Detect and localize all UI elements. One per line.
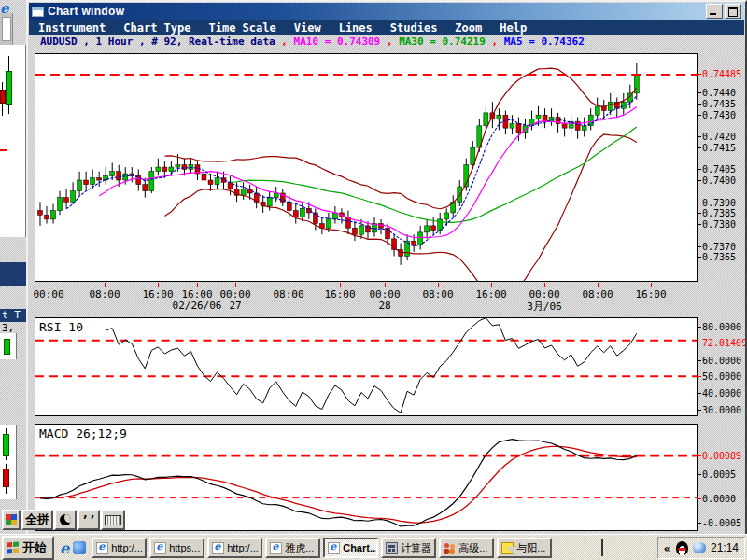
start-label: 开始: [22, 539, 47, 556]
window-icon: [32, 7, 44, 17]
axis-tick: [697, 147, 701, 148]
axis-tick: [697, 327, 701, 328]
macd-label-0-00089: 0.00089: [697, 451, 741, 460]
axis-tick: [697, 410, 701, 411]
macd-label-0-0000: 0.0000: [697, 494, 736, 503]
price-label-0-7385: 0.7385: [697, 208, 736, 217]
start-button[interactable]: 开始: [2, 536, 54, 560]
price-label-0-7365: 0.7365: [697, 252, 736, 261]
rsi-label-30-0000: 30.0000: [697, 405, 741, 414]
ie-page-icon: [270, 542, 282, 554]
ime-logo-icon[interactable]: [2, 510, 21, 530]
time-tick: [158, 283, 159, 287]
time-label: 08:00: [422, 288, 453, 301]
time-tick: [598, 283, 599, 287]
chevron-left-icon[interactable]: «: [664, 541, 671, 555]
time-tick: [340, 283, 341, 287]
time-tick: [385, 283, 386, 287]
axis-tick: [697, 523, 701, 524]
show-desktop-icon[interactable]: [73, 541, 86, 554]
quick-launch: e: [60, 539, 86, 557]
taskbar-clock: 21:14: [711, 541, 739, 554]
info-segment: ,: [281, 35, 293, 48]
task-button-高级[interactable]: 高级...: [439, 538, 494, 558]
ie-page-icon: [212, 542, 224, 554]
windows-logo-icon: [7, 542, 20, 554]
info-segment: ,: [491, 35, 503, 48]
task-button-计算器[interactable]: 计算器: [381, 538, 436, 558]
maximize-button[interactable]: [725, 4, 741, 19]
date-label: 27: [229, 300, 241, 312]
macd-label-0-0005: 0.0005: [697, 469, 736, 479]
menu-item-studies[interactable]: Studies: [390, 21, 438, 35]
rsi-label-60-0000: 60.0000: [697, 356, 741, 365]
price-label-0-7435: 0.7435: [697, 99, 736, 108]
task-button-与阳[interactable]: 与阳...: [497, 538, 552, 558]
info-segment: ,: [387, 35, 399, 48]
calculator-icon: [386, 542, 398, 554]
task-button-雅虎[interactable]: 雅虎...: [265, 538, 320, 558]
title-bar[interactable]: Chart window: [29, 3, 744, 20]
ie-icon[interactable]: e: [60, 539, 69, 557]
axis-tick: [697, 393, 701, 394]
price-label-0-7405: 0.7405: [697, 164, 736, 174]
rsi-label-72-01409: 72.01409: [697, 338, 747, 347]
axis-tick: [697, 343, 701, 343]
price-label-0-7370: 0.7370: [697, 242, 736, 251]
desktop: e t T 3,: [0, 0, 747, 560]
rsi-title: RSI 10: [39, 320, 83, 334]
task-button-http[interactable]: http:/...: [92, 538, 147, 558]
blue-app-tray-icon[interactable]: [693, 542, 706, 553]
axis-tick: [697, 203, 701, 203]
axis-tick: [697, 498, 701, 499]
menu-item-help[interactable]: Help: [500, 21, 527, 35]
macd-panel[interactable]: MACD 26;12;9: [35, 424, 698, 531]
axis-tick: [697, 136, 701, 137]
axis-tick: [697, 213, 701, 214]
axis-tick: [697, 92, 701, 93]
rsi-label-40-0000: 40.0000: [697, 388, 741, 398]
menu-item-zoom[interactable]: Zoom: [455, 21, 482, 35]
main-candlestick-chart[interactable]: [35, 53, 698, 282]
axis-tick: [697, 246, 701, 247]
background-chart-fragment: [0, 425, 17, 499]
half-full-moon-icon[interactable]: [54, 510, 77, 530]
price-label-0-7380: 0.7380: [697, 219, 736, 229]
time-tick: [289, 283, 289, 287]
menu-item-lines[interactable]: Lines: [339, 21, 373, 35]
axis-tick: [697, 360, 701, 361]
menu-item-chart-type[interactable]: Chart Type: [123, 21, 190, 35]
time-tick: [197, 283, 198, 287]
menu-item-view[interactable]: View: [294, 21, 321, 35]
punctuation-toggle[interactable]: ’’: [78, 510, 100, 530]
axis-tick: [697, 455, 701, 456]
time-tick: [651, 283, 652, 287]
time-label: 08:00: [89, 288, 120, 301]
minimize-button[interactable]: [706, 4, 723, 19]
soft-keyboard-icon[interactable]: [101, 510, 125, 530]
axis-tick: [697, 180, 701, 181]
rsi-label-80-0000: 80.0000: [697, 322, 741, 331]
macd-canvas: [35, 425, 697, 530]
price-label-0-7420: 0.7420: [697, 132, 736, 141]
menu-item-time-scale[interactable]: Time Scale: [209, 21, 276, 35]
ime-language-bar: 全拼 ’’: [2, 510, 125, 532]
task-button-http[interactable]: http:/...: [207, 538, 262, 558]
task-button-https[interactable]: https...: [149, 538, 204, 558]
macd-title: MACD 26;12;9: [39, 427, 127, 441]
chart-window: Chart window InstrumentChart TypeTime Sc…: [26, 0, 747, 539]
axis-tick: [697, 224, 701, 225]
time-label: 16:00: [142, 288, 173, 301]
qq-penguin-icon[interactable]: [676, 541, 688, 555]
time-label: 08:00: [582, 288, 613, 301]
ie-page-icon: [154, 542, 166, 554]
price-label-0-7390: 0.7390: [697, 198, 736, 207]
ime-mode-button[interactable]: 全拼: [21, 510, 53, 530]
keyboard-indicator-icon[interactable]: [601, 539, 603, 556]
time-label: 16:00: [635, 288, 666, 301]
menu-item-instrument[interactable]: Instrument: [38, 21, 106, 35]
ie-page-icon: [328, 542, 340, 554]
task-button-chart[interactable]: Chart...: [323, 538, 378, 558]
info-segment: MA30 = 0.74219: [399, 35, 491, 48]
rsi-panel[interactable]: RSI 10: [35, 317, 698, 416]
